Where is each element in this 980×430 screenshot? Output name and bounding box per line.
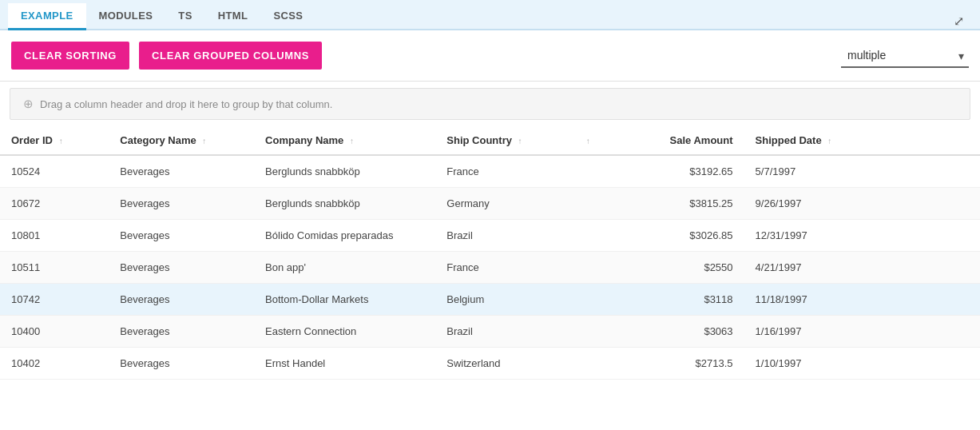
cell-sale: $3118 [626, 284, 744, 316]
cell-company: Berglunds snabbköp [254, 188, 435, 220]
cell-shipped: 12/31/1997 [744, 220, 890, 252]
table-wrapper: Order ID ↑ Category Name ↑ Company Name … [0, 126, 980, 430]
cell-order-id: 10400 [0, 316, 109, 348]
col-header-last [889, 126, 980, 155]
cell-order-id: 10524 [0, 155, 109, 188]
cell-shipped: 5/7/1997 [744, 155, 890, 188]
table-row: 10742BeveragesBottom-Dollar MarketsBelgi… [0, 284, 980, 316]
cell-shipped: 11/18/1997 [744, 284, 890, 316]
cell-category: Beverages [109, 252, 254, 284]
table-row: 10402BeveragesErnst HandelSwitzerland$27… [0, 348, 980, 380]
cell-last [889, 284, 980, 316]
cell-last [889, 316, 980, 348]
cell-sale: $3815.25 [626, 188, 744, 220]
cell-extra [572, 220, 626, 252]
cell-extra [572, 188, 626, 220]
cell-order-id: 10672 [0, 188, 109, 220]
cell-sale: $3192.65 [626, 155, 744, 188]
table-row: 10511BeveragesBon app'France$25504/21/19… [0, 252, 980, 284]
cell-country: Germany [435, 188, 571, 220]
cell-category: Beverages [109, 220, 254, 252]
info-icon: ⊕ [23, 97, 34, 111]
cell-extra [572, 252, 626, 284]
sort-arrow-country: ↑ [518, 137, 522, 145]
cell-order-id: 10742 [0, 284, 109, 316]
clear-sorting-button[interactable]: CLEAR SORTING [11, 42, 129, 70]
cell-sale: $3026.85 [626, 220, 744, 252]
col-header-company-name[interactable]: Company Name ↑ [254, 126, 435, 155]
cell-country: Switzerland [435, 348, 571, 380]
clear-grouped-columns-button[interactable]: CLEAR GROUPED COLUMNS [139, 42, 322, 70]
sort-arrow-order-id: ↑ [59, 137, 63, 145]
cell-extra [572, 284, 626, 316]
cell-company: Bólido Comidas preparadas [254, 220, 435, 252]
cell-extra [572, 155, 626, 188]
cell-order-id: 10801 [0, 220, 109, 252]
col-category-label: Category Name [120, 134, 196, 146]
data-table: Order ID ↑ Category Name ↑ Company Name … [0, 126, 980, 380]
cell-extra [572, 348, 626, 380]
cell-country: Brazil [435, 220, 571, 252]
cell-sale: $3063 [626, 316, 744, 348]
table-row: 10524BeveragesBerglunds snabbköpFrance$3… [0, 155, 980, 188]
col-company-label: Company Name [265, 134, 343, 146]
cell-company: Bon app' [254, 252, 435, 284]
col-header-extra[interactable]: ↑ [572, 126, 626, 155]
expand-icon[interactable]: ⤢ [946, 14, 972, 29]
tab-scss[interactable]: SCSS [260, 3, 315, 30]
col-header-order-id[interactable]: Order ID ↑ [0, 126, 109, 155]
cell-category: Beverages [109, 316, 254, 348]
grouping-dropdown-wrapper: multiple single none ▾ [841, 44, 969, 68]
sort-arrow-company: ↑ [350, 137, 354, 145]
cell-last [889, 348, 980, 380]
col-header-sale-amount: Sale Amount [626, 126, 744, 155]
col-header-category-name[interactable]: Category Name ↑ [109, 126, 254, 155]
cell-order-id: 10402 [0, 348, 109, 380]
sort-arrow-category: ↑ [202, 137, 206, 145]
cell-extra [572, 316, 626, 348]
table-row: 10400BeveragesEastern ConnectionBrazil$3… [0, 316, 980, 348]
cell-company: Berglunds snabbköp [254, 155, 435, 188]
cell-company: Bottom-Dollar Markets [254, 284, 435, 316]
cell-category: Beverages [109, 348, 254, 380]
cell-shipped: 9/26/1997 [744, 188, 890, 220]
cell-order-id: 10511 [0, 252, 109, 284]
sort-arrow-extra: ↑ [586, 137, 590, 145]
cell-category: Beverages [109, 155, 254, 188]
col-header-shipped-date[interactable]: Shipped Date ↑ [744, 126, 890, 155]
cell-country: Brazil [435, 316, 571, 348]
cell-country: France [435, 252, 571, 284]
tab-modules[interactable]: MODULES [86, 3, 166, 30]
cell-company: Ernst Handel [254, 348, 435, 380]
tab-example[interactable]: EXAMPLE [8, 3, 86, 30]
cell-last [889, 188, 980, 220]
sort-arrow-shipped: ↑ [827, 137, 831, 145]
table-row: 10801BeveragesBólido Comidas preparadasB… [0, 220, 980, 252]
cell-shipped: 1/10/1997 [744, 348, 890, 380]
cell-last [889, 155, 980, 188]
tabs-bar: EXAMPLE MODULES TS HTML SCSS ⤢ [0, 0, 980, 30]
cell-country: Belgium [435, 284, 571, 316]
col-shipped-label: Shipped Date [756, 134, 822, 146]
table-header-row: Order ID ↑ Category Name ↑ Company Name … [0, 126, 980, 155]
tab-ts[interactable]: TS [165, 3, 204, 30]
col-country-label: Ship Country [446, 134, 512, 146]
cell-sale: $2550 [626, 252, 744, 284]
cell-shipped: 4/21/1997 [744, 252, 890, 284]
cell-category: Beverages [109, 284, 254, 316]
tab-html[interactable]: HTML [205, 3, 261, 30]
col-order-id-label: Order ID [11, 134, 53, 146]
cell-shipped: 1/16/1997 [744, 316, 890, 348]
grouping-dropdown[interactable]: multiple single none [841, 44, 969, 68]
col-sale-label: Sale Amount [670, 134, 733, 146]
cell-category: Beverages [109, 188, 254, 220]
cell-country: France [435, 155, 571, 188]
cell-company: Eastern Connection [254, 316, 435, 348]
toolbar: CLEAR SORTING CLEAR GROUPED COLUMNS mult… [0, 30, 980, 82]
table-row: 10672BeveragesBerglunds snabbköpGermany$… [0, 188, 980, 220]
drag-hint-text: Drag a column header and drop it here to… [40, 98, 332, 110]
cell-sale: $2713.5 [626, 348, 744, 380]
cell-last [889, 220, 980, 252]
col-header-ship-country[interactable]: Ship Country ↑ [435, 126, 571, 155]
drag-hint-bar: ⊕ Drag a column header and drop it here … [10, 88, 970, 120]
